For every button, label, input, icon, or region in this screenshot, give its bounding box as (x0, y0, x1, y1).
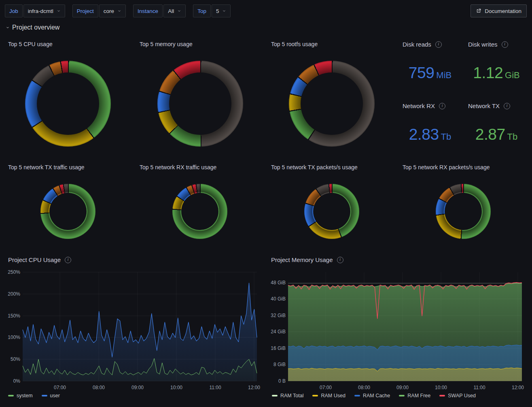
legend-series-label: SWAP Used (448, 393, 476, 398)
legend-series-swatch (399, 395, 405, 396)
x-axis-tick-label: 07:00 (54, 385, 66, 390)
x-axis-tick-label: 10:00 (170, 385, 182, 390)
y-axis-tick-label: 32 GiB (271, 313, 286, 318)
legend-series-swatch (354, 395, 360, 396)
cpu-usage-legend: systemuser (8, 393, 60, 398)
legend-item-user[interactable]: user (42, 393, 60, 398)
y-axis-tick-label: 200% (8, 291, 20, 297)
memory-usage-legend: RAM TotalRAM UsedRAM CacheRAM FreeSWAP U… (272, 393, 476, 398)
series-area-user (23, 283, 257, 381)
x-axis-tick-label: 08:00 (93, 385, 105, 390)
x-axis-tick-label: 09:00 (131, 385, 144, 390)
legend-series-label: RAM Used (321, 393, 345, 398)
series-area-RAM Used (288, 368, 522, 381)
y-axis-tick-label: 0% (13, 378, 21, 384)
legend-series-label: system (17, 393, 33, 398)
legend-item-ram-total[interactable]: RAM Total (272, 393, 303, 398)
legend-item-swap-used[interactable]: SWAP Used (439, 393, 476, 398)
legend-item-ram-free[interactable]: RAM Free (399, 393, 430, 398)
x-axis-tick-label: 08:00 (358, 385, 370, 390)
y-axis-tick-label: 8 GiB (273, 362, 286, 367)
y-axis-tick-label: 40 GiB (271, 296, 286, 302)
legend-series-swatch (272, 395, 278, 396)
x-axis-tick-label: 10:00 (435, 385, 447, 390)
x-axis-tick-label: 11:00 (209, 385, 221, 390)
x-axis-tick-label: 07:00 (320, 385, 332, 390)
legend-item-ram-cache[interactable]: RAM Cache (354, 393, 390, 398)
grafana-dashboard: { "toolbar": { "filters": [ {"label": "J… (0, 0, 532, 407)
legend-series-swatch (312, 395, 318, 396)
memory-usage-plot[interactable]: 0 B8 GiB16 GiB24 GiB32 GiB40 GiB48 GiB07… (271, 272, 524, 390)
x-axis-tick-label: 11:00 (473, 385, 485, 390)
x-axis-tick-label: 12:00 (248, 385, 260, 390)
y-axis-tick-label: 0 B (278, 378, 286, 384)
legend-series-swatch (439, 395, 445, 396)
legend-series-swatch (42, 395, 47, 396)
y-axis-tick-label: 24 GiB (271, 329, 286, 335)
y-axis-tick-label: 16 GiB (271, 345, 286, 351)
x-axis-tick-label: 12:00 (512, 385, 524, 390)
legend-series-label: RAM Total (280, 393, 303, 398)
y-axis-tick-label: 250% (8, 269, 20, 275)
y-axis-tick-label: 100% (8, 335, 20, 340)
legend-series-label: RAM Free (407, 393, 430, 398)
legend-item-ram-used[interactable]: RAM Used (312, 393, 345, 398)
legend-item-system[interactable]: system (8, 393, 33, 398)
legend-series-label: RAM Cache (363, 393, 390, 398)
legend-series-swatch (8, 395, 14, 396)
y-axis-tick-label: 48 GiB (271, 280, 286, 286)
legend-series-label: user (50, 393, 60, 398)
x-axis-tick-label: 09:00 (396, 385, 409, 390)
y-axis-tick-label: 150% (8, 313, 20, 319)
y-axis-tick-label: 50% (11, 356, 20, 362)
cpu-usage-plot[interactable]: 0%50%100%150%200%250%07:0008:0009:0010:0… (8, 269, 260, 390)
timeseries-charts-canvas: 0%50%100%150%200%250%07:0008:0009:0010:0… (0, 0, 532, 407)
